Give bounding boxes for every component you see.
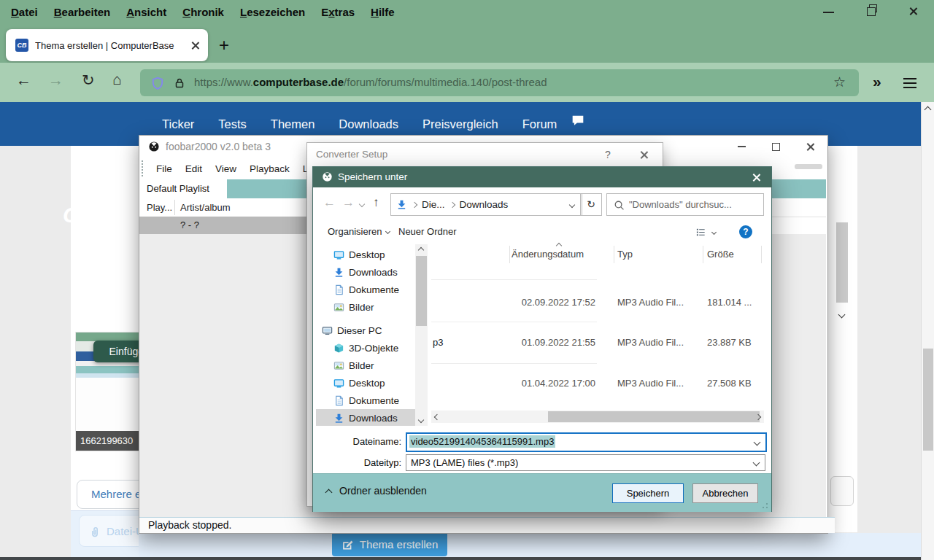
foobar-maximize-button[interactable]: [765, 136, 787, 158]
browser-menu-datei[interactable]: Datei: [3, 6, 46, 18]
help-button[interactable]: ?: [739, 225, 752, 238]
resize-grip[interactable]: [766, 507, 768, 508]
site-nav-forum[interactable]: Forum: [522, 117, 557, 131]
chat-icon[interactable]: [571, 114, 585, 127]
search-box[interactable]: [606, 193, 764, 216]
editor-scroll-down-icon[interactable]: [838, 311, 846, 319]
overflow-menu-icon[interactable]: »: [873, 73, 881, 90]
sidebar-scroll-down-icon[interactable]: [418, 417, 424, 423]
file-row-date[interactable]: 02.09.2022 17:52: [501, 297, 595, 308]
foobar-menu-file[interactable]: File: [150, 163, 179, 174]
save-button[interactable]: Speichern: [612, 483, 684, 503]
sidebar-item-downloads[interactable]: Downloads: [316, 409, 415, 426]
file-row-name[interactable]: p3: [433, 337, 443, 348]
hamburger-menu-icon[interactable]: [903, 78, 916, 79]
browser-menu-chronik[interactable]: Chronik: [174, 6, 232, 18]
foobar-menu-edit[interactable]: Edit: [179, 163, 209, 174]
browser-tab[interactable]: CB Thema erstellen | ComputerBase: [6, 29, 208, 61]
bookmark-star-icon[interactable]: ☆: [833, 74, 846, 90]
browser-back-button[interactable]: ←: [16, 71, 31, 89]
editor-scrollbar-thumb[interactable]: [836, 222, 848, 303]
site-nav-preisvergleich[interactable]: Preisvergleich: [422, 117, 498, 131]
foobar-menu-playback[interactable]: Playback: [243, 163, 296, 174]
sidebar-item-3d-objekte[interactable]: 3D-Objekte: [316, 339, 415, 357]
view-mode-icon[interactable]: [695, 227, 706, 238]
column-divider[interactable]: [174, 200, 175, 215]
breadcrumb[interactable]: Die... Downloads: [390, 193, 582, 216]
browser-menu-lesezeichen[interactable]: Lesezeichen: [232, 6, 313, 18]
refresh-button[interactable]: ↻: [580, 193, 602, 216]
sidebar-item-dokumente[interactable]: Dokumente: [316, 392, 415, 409]
converter-help-button[interactable]: ?: [605, 149, 611, 160]
column-size[interactable]: Größe: [707, 249, 734, 260]
new-folder-button[interactable]: Neuer Ordner: [398, 226, 456, 237]
foobar-minimize-button[interactable]: [730, 136, 752, 158]
file-row-type[interactable]: MP3 Audio Fil...: [617, 337, 684, 348]
hide-folders-icon[interactable]: [325, 489, 333, 497]
breadcrumb-chevron-icon[interactable]: [449, 201, 455, 207]
file-list-hscrollbar[interactable]: [431, 411, 764, 423]
save-dialog-titlebar[interactable]: Speichern unter: [313, 167, 771, 187]
page-scrollbar[interactable]: [921, 102, 934, 560]
recent-locations-icon[interactable]: [359, 201, 365, 207]
column-artist-album[interactable]: Artist/album: [180, 202, 231, 213]
foobar-menu-view[interactable]: View: [209, 163, 243, 174]
search-input[interactable]: [628, 195, 762, 214]
filetype-dropdown-icon[interactable]: [753, 459, 760, 467]
organize-menu[interactable]: Organisieren: [328, 226, 390, 237]
breadcrumb-current[interactable]: Downloads: [460, 199, 509, 210]
page-scrollbar-thumb[interactable]: [923, 349, 933, 451]
foobar-close-button[interactable]: [799, 136, 821, 158]
filename-dropdown-icon[interactable]: [754, 439, 761, 446]
browser-titlebar[interactable]: DateiBearbeitenAnsichtChronikLesezeichen…: [0, 0, 934, 23]
breadcrumb-chevron-icon[interactable]: [412, 201, 417, 207]
browser-reload-button[interactable]: ↻: [82, 71, 95, 89]
sidebar-scrollbar-thumb[interactable]: [416, 256, 427, 326]
sidebar-scroll-up-icon[interactable]: [418, 247, 424, 253]
browser-home-button[interactable]: ⌂: [112, 71, 122, 88]
filename-input[interactable]: video5219914045364115991.mp3: [406, 432, 767, 452]
file-row-size[interactable]: 27.508 KB: [707, 378, 761, 389]
hscrollbar-thumb[interactable]: [548, 411, 760, 422]
browser-menu-bearbeiten[interactable]: Bearbeiten: [46, 6, 119, 18]
cancel-button[interactable]: Abbrechen: [692, 483, 758, 503]
page-scroll-up-icon[interactable]: [925, 106, 932, 114]
file-row-size[interactable]: 181.014 ...: [707, 297, 761, 308]
site-nav-themen[interactable]: Themen: [271, 117, 315, 131]
shield-icon[interactable]: [151, 77, 164, 90]
file-row-date[interactable]: 01.09.2022 21:55: [501, 337, 595, 348]
view-mode-dropdown-icon[interactable]: [711, 230, 717, 235]
site-nav-ticker[interactable]: Ticker: [162, 117, 194, 131]
browser-forward-button[interactable]: →: [48, 71, 63, 89]
up-button[interactable]: ↑: [373, 195, 379, 210]
sidebar-item-desktop[interactable]: Desktop: [316, 246, 415, 263]
lock-icon[interactable]: [174, 77, 185, 89]
file-row-type[interactable]: MP3 Audio Fil...: [617, 297, 684, 308]
file-row-date[interactable]: 01.04.2022 17:00: [501, 378, 595, 389]
sidebar-item-downloads[interactable]: Downloads: [316, 263, 415, 281]
window-restore-icon[interactable]: [867, 7, 876, 16]
sidebar-item-desktop[interactable]: Desktop: [316, 374, 415, 392]
breadcrumb-root[interactable]: Die...: [422, 199, 445, 210]
site-nav-downloads[interactable]: Downloads: [339, 117, 398, 131]
sort-ascending-icon[interactable]: [556, 243, 562, 249]
window-minimize-icon[interactable]: [823, 12, 834, 13]
url-bar[interactable]: https://www.computerbase.de/forum/forums…: [140, 69, 859, 96]
create-thread-button[interactable]: Thema erstellen: [332, 532, 447, 556]
back-button[interactable]: ←: [323, 195, 336, 210]
forward-button[interactable]: →: [342, 195, 355, 210]
sidebar-item-dieser pc[interactable]: Dieser PC: [316, 322, 415, 339]
filetype-select[interactable]: MP3 (LAME) files (*.mp3): [406, 454, 765, 471]
browser-menu-ansicht[interactable]: Ansicht: [118, 6, 174, 18]
volume-slider[interactable]: [795, 164, 822, 169]
sidebar-item-bilder[interactable]: Bilder: [316, 298, 415, 316]
sidebar-item-dokumente[interactable]: Dokumente: [316, 281, 415, 298]
column-date-modified[interactable]: Änderungsdatum: [512, 249, 584, 260]
hide-folders-label[interactable]: Ordner ausblenden: [339, 485, 427, 497]
column-play[interactable]: Play...: [147, 202, 172, 213]
file-row-type[interactable]: MP3 Audio Fil...: [617, 378, 684, 389]
sidebar-scrollbar[interactable]: [415, 244, 428, 426]
column-type[interactable]: Typ: [617, 249, 633, 260]
new-tab-button[interactable]: +: [219, 35, 229, 55]
sidebar-item-bilder[interactable]: Bilder: [316, 357, 415, 374]
